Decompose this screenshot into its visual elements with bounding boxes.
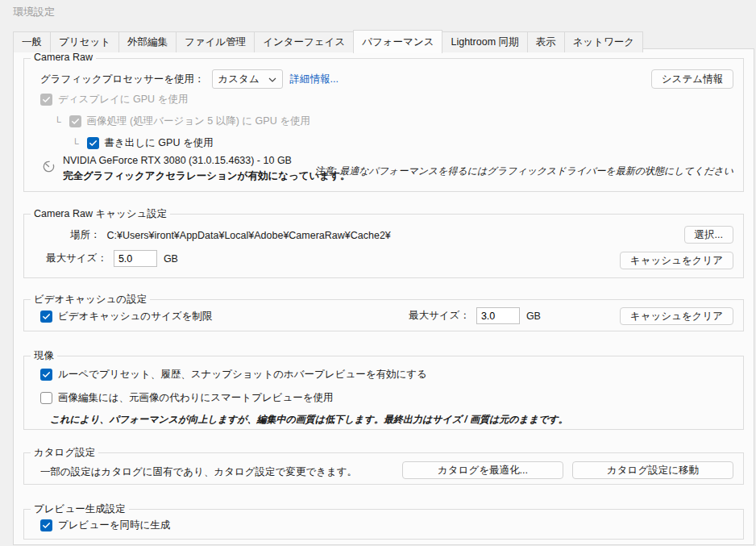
cache-max-size-input[interactable] (114, 250, 157, 267)
video-max-size-unit: GB (526, 311, 541, 322)
cache-group-title: Camera Raw キャッシュ設定 (31, 207, 170, 221)
tree-connector-icon: └ (72, 138, 79, 149)
checkbox-checked-icon (87, 137, 99, 149)
video-max-size-label: 最大サイズ： (409, 309, 470, 323)
catalog-group-title: カタログ設定 (31, 446, 98, 460)
camera-raw-cache-group: Camera Raw キャッシュ設定 場所： C:¥Users¥iront¥Ap… (23, 214, 744, 278)
goto-catalog-settings-button[interactable]: カタログ設定に移動 (572, 461, 733, 479)
checkbox-generate-previews-simultaneously[interactable]: プレビューを同時に生成 (40, 519, 170, 532)
cache-location-label: 場所： (70, 228, 101, 242)
checkbox-checked-icon (40, 94, 52, 106)
system-info-button[interactable]: システム情報 (651, 69, 733, 89)
performance-tab-panel: Camera Raw グラフィックプロセッサーを使用： カスタム 詳細情報...… (13, 48, 754, 545)
checkbox-label: プレビューを同時に生成 (58, 519, 170, 532)
cache-max-size-unit: GB (164, 253, 178, 265)
gpu-mode-dropdown[interactable]: カスタム (212, 69, 283, 89)
tab-network[interactable]: ネットワーク (564, 31, 643, 52)
gauge-icon (42, 160, 56, 176)
cache-location-path: C:¥Users¥iront¥AppData¥Local¥Adobe¥Camer… (107, 230, 391, 241)
checkbox-use-gpu-display[interactable]: ディスプレイに GPU を使用 (40, 93, 188, 106)
optimize-catalog-button[interactable]: カタログを最適化... (402, 461, 563, 479)
checkbox-label: ディスプレイに GPU を使用 (58, 93, 188, 106)
tree-connector-icon: └ (54, 116, 61, 127)
details-link[interactable]: 詳細情報... (290, 73, 339, 86)
checkbox-label: ビデオキャッシュのサイズを制限 (58, 310, 212, 323)
checkbox-label: 書き出しに GPU を使用 (105, 136, 214, 150)
checkbox-use-smart-preview[interactable]: 画像編集には、元画像の代わりにスマートプレビューを使用 (40, 391, 334, 405)
tab-interface[interactable]: インターフェイス (254, 31, 354, 52)
video-cache-group-title: ビデオキャッシュの設定 (31, 293, 150, 306)
develop-group: 現像 ルーペでプリセット、履歴、スナップショットのホバープレビューを有効にする … (23, 356, 744, 430)
cache-select-button[interactable]: 選択... (684, 226, 733, 244)
preview-group-title: プレビュー生成設定 (31, 502, 129, 516)
tab-lightroom-sync[interactable]: Lightroom 同期 (442, 31, 527, 52)
checkbox-label: 画像編集には、元画像の代わりにスマートプレビューを使用 (58, 391, 334, 405)
checkbox-checked-icon (40, 369, 52, 381)
checkbox-use-gpu-image-processing[interactable]: └ 画像処理 (処理バージョン 5 以降) に GPU を使用 (54, 115, 310, 128)
tab-performance[interactable]: パフォーマンス (353, 30, 442, 53)
chevron-down-icon (268, 73, 276, 85)
gpu-processor-row: グラフィックプロセッサーを使用： カスタム 詳細情報... (40, 69, 339, 89)
video-cache-group: ビデオキャッシュの設定 ビデオキャッシュのサイズを制限 最大サイズ： GB キャ… (23, 299, 744, 331)
tab-bar: 一般 プリセット 外部編集 ファイル管理 インターフェイス パフォーマンス Li… (13, 30, 643, 52)
tab-external-editing[interactable]: 外部編集 (118, 31, 177, 52)
tab-display[interactable]: 表示 (527, 31, 565, 52)
catalog-settings-group: カタログ設定 一部の設定はカタログに固有であり、カタログ設定で変更できます。 カ… (23, 452, 744, 485)
checkbox-checked-icon (40, 311, 52, 323)
checkbox-checked-icon (69, 115, 81, 127)
cache-max-size-label: 最大サイズ： (46, 252, 107, 265)
cache-clear-button[interactable]: キャッシュをクリア (620, 252, 733, 269)
video-max-size-row: 最大サイズ： GB (409, 307, 541, 324)
tab-presets[interactable]: プリセット (50, 31, 119, 52)
gpu-name: NVIDIA GeForce RTX 3080 (31.0.15.4633) -… (63, 155, 292, 166)
camera-raw-group: Camera Raw グラフィックプロセッサーを使用： カスタム 詳細情報...… (23, 58, 744, 192)
window-title: 環境設定 (13, 5, 55, 19)
driver-update-note: 注意: 最適なパフォーマンスを得るにはグラフィックスドライバーを最新の状態にして… (315, 165, 733, 178)
video-max-size-input[interactable] (476, 307, 520, 324)
checkbox-checked-icon (40, 519, 52, 531)
smart-preview-note: これにより、パフォーマンスが向上しますが、編集中の画質は低下します。最終出力はサ… (50, 413, 568, 427)
cache-location-row: 場所： C:¥Users¥iront¥AppData¥Local¥Adobe¥C… (70, 228, 391, 242)
camera-raw-group-title: Camera Raw (31, 52, 96, 63)
gpu-info-block: NVIDIA GeForce RTX 3080 (31.0.15.4633) -… (42, 153, 350, 184)
tab-general[interactable]: 一般 (13, 31, 51, 52)
gpu-status: 完全グラフィックアクセラレーションが有効になっています。 (63, 170, 350, 181)
gpu-processor-label: グラフィックプロセッサーを使用： (40, 73, 205, 86)
checkbox-label: 画像処理 (処理バージョン 5 以降) に GPU を使用 (87, 115, 310, 128)
tab-file-handling[interactable]: ファイル管理 (176, 31, 255, 52)
checkbox-unchecked-icon (40, 392, 52, 404)
gpu-mode-selected: カスタム (218, 73, 260, 86)
checkbox-limit-video-cache[interactable]: ビデオキャッシュのサイズを制限 (40, 310, 212, 323)
catalog-description: 一部の設定はカタログに固有であり、カタログ設定で変更できます。 (40, 465, 357, 479)
cache-max-size-row: 最大サイズ： GB (46, 250, 178, 267)
video-cache-clear-button[interactable]: キャッシュをクリア (620, 307, 733, 325)
checkbox-hover-preview[interactable]: ルーペでプリセット、履歴、スナップショットのホバープレビューを有効にする (40, 368, 427, 381)
preview-generation-group: プレビュー生成設定 プレビューを同時に生成 (23, 509, 744, 540)
develop-group-title: 現像 (31, 349, 57, 363)
checkbox-use-gpu-export[interactable]: └ 書き出しに GPU を使用 (72, 136, 214, 150)
checkbox-label: ルーペでプリセット、履歴、スナップショットのホバープレビューを有効にする (58, 368, 427, 381)
